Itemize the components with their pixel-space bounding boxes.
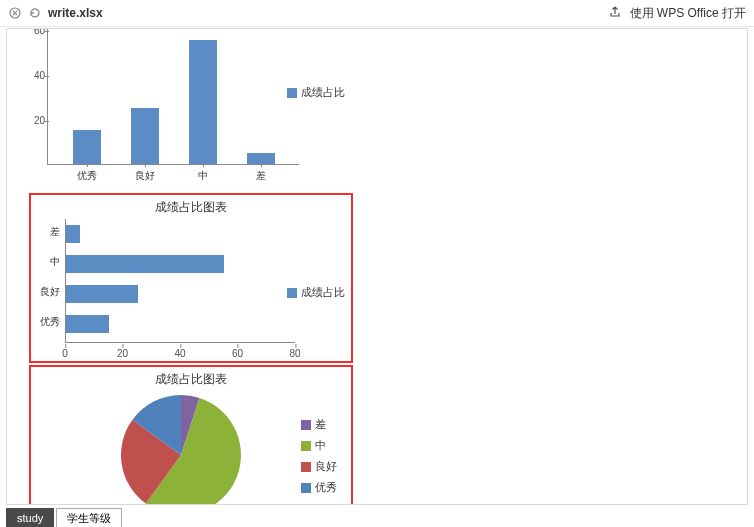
x-tick-label: 0 [62,348,68,359]
y-tick-label: 20 [29,115,45,126]
x-tick-label: 80 [289,348,300,359]
legend-label: 优秀 [315,480,337,495]
title-bar-left: write.xlsx [8,6,103,20]
legend-swatch-icon [301,462,311,472]
legend-label: 良好 [315,459,337,474]
close-icon[interactable] [8,6,22,20]
x-tick-label: 20 [117,348,128,359]
x-category-label: 差 [237,169,285,183]
legend-label: 成绩占比 [301,285,345,300]
bar-lianghao [131,108,159,164]
legend-swatch-icon [301,483,311,493]
chart-pie: 成绩占比图表 差 中 良好 优秀 [29,365,353,505]
hbar-youxiu: 优秀 [66,315,109,333]
chart-legend: 成绩占比 [287,85,345,100]
app-window: write.xlsx 使用 WPS Office 打开 20 40 60 优秀 … [0,0,754,527]
y-category-label: 中 [50,255,60,269]
hbar-zhong: 中 [66,255,224,273]
hbar-lianghao: 良好 [66,285,138,303]
x-axis [65,342,295,343]
legend-item: 差 [301,417,337,432]
chart-legend: 成绩占比 [287,285,345,300]
legend-item: 成绩占比 [287,85,345,100]
legend-item: 优秀 [301,480,337,495]
chart-bar-vertical: 20 40 60 优秀 良好 中 差 成绩占比 [29,29,349,189]
refresh-icon[interactable] [28,6,42,20]
title-bar-right: 使用 WPS Office 打开 [608,5,746,22]
sheet-canvas: 20 40 60 优秀 良好 中 差 成绩占比 成绩占比图表 [6,28,748,505]
legend-item: 中 [301,438,337,453]
hbar-cha: 差 [66,225,80,243]
y-tick-label: 60 [29,28,45,36]
sheet-tabs: study 学生等级 [6,507,124,527]
y-category-label: 良好 [40,285,60,299]
x-category-label: 中 [179,169,227,183]
y-category-label: 差 [50,225,60,239]
legend-item: 成绩占比 [287,285,345,300]
chart-bar-horizontal: 成绩占比图表 0 20 40 60 80 差 中 良好 优秀 成绩占比 [29,193,353,363]
legend-swatch-icon [287,88,297,98]
x-category-label: 优秀 [63,169,111,183]
plot-area: 0 20 40 60 80 差 中 良好 优秀 [65,219,295,343]
y-tick-label: 40 [29,70,45,81]
y-category-label: 优秀 [40,315,60,329]
file-name: write.xlsx [48,6,103,20]
legend-label: 中 [315,438,326,453]
pie-graphic [121,395,241,505]
bar-youxiu [73,130,101,164]
legend-swatch-icon [287,288,297,298]
legend-item: 良好 [301,459,337,474]
x-category-label: 良好 [121,169,169,183]
legend-label: 成绩占比 [301,85,345,100]
x-tick-label: 60 [232,348,243,359]
legend-swatch-icon [301,441,311,451]
open-with-wps-link[interactable]: 使用 WPS Office 打开 [630,5,746,22]
share-icon[interactable] [608,5,622,22]
x-tick-label: 40 [174,348,185,359]
chart-title: 成绩占比图表 [31,199,351,216]
sheet-tab-grades[interactable]: 学生等级 [56,508,122,527]
chart-legend: 差 中 良好 优秀 [301,417,337,495]
legend-swatch-icon [301,420,311,430]
bar-zhong [189,40,217,164]
y-axis [47,29,48,165]
sheet-tab-study[interactable]: study [6,508,54,527]
legend-label: 差 [315,417,326,432]
chart-title: 成绩占比图表 [31,371,351,388]
title-bar: write.xlsx 使用 WPS Office 打开 [0,0,754,27]
